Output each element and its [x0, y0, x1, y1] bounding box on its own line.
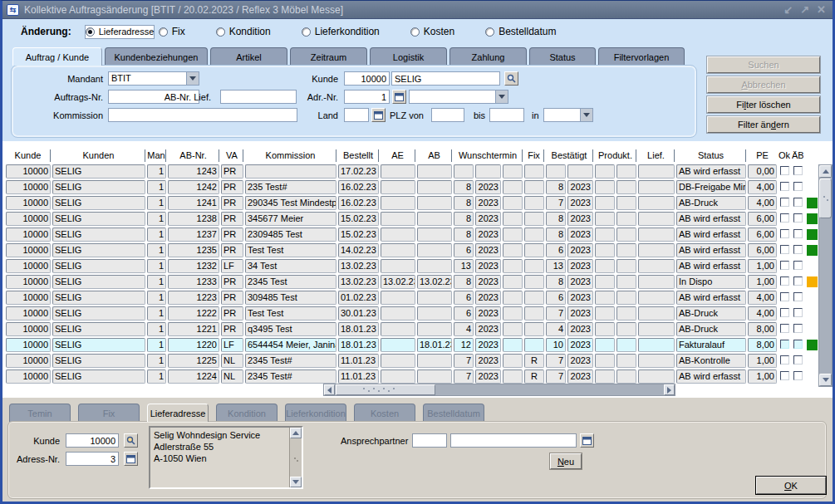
- cell-bt-wk[interactable]: 7: [546, 196, 566, 210]
- cell-pr1[interactable]: [595, 180, 615, 194]
- mandant-select[interactable]: BTIT: [108, 71, 199, 86]
- cell-ae[interactable]: [381, 369, 415, 384]
- cell-wt-wk[interactable]: 4: [454, 322, 474, 336]
- column-header-ab[interactable]: AB: [417, 149, 452, 162]
- scroll-down-button[interactable]: [290, 477, 302, 487]
- cell-wt-yr[interactable]: 2023: [475, 369, 501, 384]
- cell-pe[interactable]: 1,00: [748, 354, 777, 368]
- cell-pe[interactable]: 4,00: [748, 196, 777, 210]
- cell-ab-nr[interactable]: 1221: [168, 322, 219, 336]
- cell-bt-yr[interactable]: 2023: [567, 259, 593, 273]
- cell-kunde[interactable]: 10000: [6, 259, 51, 273]
- maximize-icon[interactable]: ↗: [800, 4, 809, 16]
- cell-wt-yr[interactable]: 2023: [475, 291, 501, 305]
- scroll-left-button[interactable]: [324, 384, 335, 395]
- cell-pe[interactable]: 4,00: [748, 180, 777, 194]
- action-button-abbrechen[interactable]: Abbrechen: [707, 76, 820, 93]
- cell-pe[interactable]: 8,00: [748, 322, 777, 336]
- cell-lief[interactable]: [638, 228, 675, 242]
- cell-pe[interactable]: 8,00: [748, 338, 777, 352]
- cell-kunde[interactable]: 10000: [6, 338, 51, 352]
- column-header-wunschtermin[interactable]: Wunschtermin: [454, 149, 523, 162]
- table-row[interactable]: 10000SELIG11232LF34 Test13.02.2313202313…: [2, 259, 818, 273]
- table-row[interactable]: 10000SELIG11222PRTest Test30.01.23620237…: [2, 306, 818, 321]
- cell-wt-wk[interactable]: 12: [454, 338, 474, 352]
- plz-von-input[interactable]: [431, 108, 464, 122]
- cell-bestellt[interactable]: 17.02.23: [338, 164, 379, 179]
- cell-lief[interactable]: [638, 259, 675, 273]
- ok-checkbox[interactable]: [780, 213, 789, 223]
- bottom-tab-bestelldatum[interactable]: Bestelldatum: [423, 404, 484, 422]
- column-header-kunde[interactable]: Kunde: [6, 149, 51, 162]
- cell-pr2[interactable]: [616, 164, 636, 179]
- column-header-bestellt[interactable]: Bestellt: [338, 149, 379, 162]
- aeb-checkbox[interactable]: [793, 340, 803, 349]
- cell-va[interactable]: PR: [221, 306, 243, 321]
- column-header-man[interactable]: Man: [147, 149, 166, 162]
- adress-nr-input[interactable]: [66, 452, 119, 466]
- cell-ab-nr[interactable]: 1233: [168, 275, 219, 289]
- aeb-checkbox[interactable]: [793, 371, 803, 380]
- cell-pr2[interactable]: [616, 338, 636, 352]
- cell-pr1[interactable]: [595, 164, 615, 179]
- cell-bt-wk[interactable]: 8: [546, 180, 566, 194]
- cell-ab-nr[interactable]: 1220: [168, 338, 219, 352]
- bottom-kunde-lookup-button[interactable]: [124, 433, 138, 448]
- cell-bt-wk[interactable]: 8: [546, 275, 566, 289]
- radio-circle-icon[interactable]: [485, 27, 494, 37]
- ok-checkbox[interactable]: [780, 355, 789, 365]
- column-header-lief[interactable]: Lief.: [638, 149, 675, 162]
- delivery-address-box[interactable]: Selig Wohndesign ServiceAdlerstraße 55A-…: [149, 426, 303, 489]
- cell-status[interactable]: AB wird erfasst: [676, 228, 746, 242]
- cell-pr1[interactable]: [595, 369, 615, 384]
- cell-va[interactable]: NL: [221, 369, 243, 384]
- bottom-kunde-input[interactable]: [66, 433, 119, 448]
- cell-lief[interactable]: [638, 180, 675, 194]
- cell-kunden[interactable]: SELIG: [52, 228, 145, 242]
- aeb-checkbox[interactable]: [793, 213, 803, 223]
- bottom-tab-lieferadresse[interactable]: Lieferadresse: [147, 404, 209, 422]
- ok-checkbox[interactable]: [780, 340, 789, 349]
- cell-ab[interactable]: [417, 259, 452, 273]
- cell-komm[interactable]: 345677 Meier: [245, 212, 336, 226]
- tab-artikel[interactable]: Artikel: [210, 47, 287, 66]
- neu-button[interactable]: Neu: [550, 453, 582, 469]
- cell-ae[interactable]: [381, 306, 415, 321]
- cell-wt-x[interactable]: [503, 228, 523, 242]
- column-header-fix[interactable]: Fix: [524, 149, 544, 162]
- cell-pe[interactable]: 0,00: [748, 164, 777, 179]
- tab-zeitraum[interactable]: Zeitraum: [290, 47, 367, 66]
- adr-nr-input[interactable]: [344, 90, 390, 104]
- cell-wt-x[interactable]: [503, 180, 523, 194]
- cell-pe[interactable]: 1,00: [748, 259, 777, 273]
- scroll-up-button[interactable]: [290, 428, 302, 438]
- cell-status[interactable]: DB-Freigabe Mind: [676, 180, 746, 194]
- cell-bt-yr[interactable]: 2023: [567, 275, 593, 289]
- bottom-tab-kosten[interactable]: Kosten: [354, 404, 415, 422]
- cell-status[interactable]: In Dispo: [676, 275, 746, 289]
- cell-lief[interactable]: [638, 275, 675, 289]
- cell-wt-yr[interactable]: 2023: [475, 306, 501, 321]
- cell-wt-wk[interactable]: 13: [454, 259, 474, 273]
- cell-bt-wk[interactable]: 7: [546, 354, 566, 368]
- cell-bestellt[interactable]: 13.02.23: [338, 275, 379, 289]
- cell-fix[interactable]: [524, 275, 544, 289]
- cell-ab[interactable]: [417, 306, 452, 321]
- cell-wt-x[interactable]: [503, 243, 523, 257]
- cell-wt-wk[interactable]: 6: [454, 243, 474, 257]
- cell-lief[interactable]: [638, 322, 675, 336]
- cell-status[interactable]: Fakturalauf: [676, 338, 746, 352]
- tab-filtervorlagen[interactable]: Filtervorlagen: [598, 47, 685, 66]
- cell-komm[interactable]: 2309485 Test: [245, 228, 336, 242]
- ok-checkbox[interactable]: [780, 198, 789, 207]
- cell-wt-yr[interactable]: 2023: [475, 259, 501, 273]
- cell-kunde[interactable]: 10000: [6, 164, 51, 179]
- adr-select[interactable]: [409, 90, 508, 104]
- radio-circle-icon[interactable]: [86, 27, 95, 37]
- cell-ab-nr[interactable]: 1242: [168, 180, 219, 194]
- ok-checkbox[interactable]: [780, 182, 789, 191]
- table-row[interactable]: 10000SELIG11221PRq3495 Test18.01.2342023…: [2, 322, 818, 336]
- cell-fix[interactable]: R: [524, 369, 544, 384]
- cell-ab[interactable]: [417, 180, 452, 194]
- cell-pe[interactable]: 6,00: [748, 228, 777, 242]
